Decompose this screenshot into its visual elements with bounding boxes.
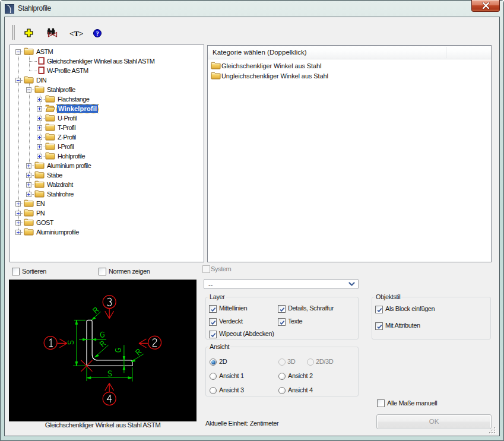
svg-text:?: ?: [96, 30, 99, 36]
